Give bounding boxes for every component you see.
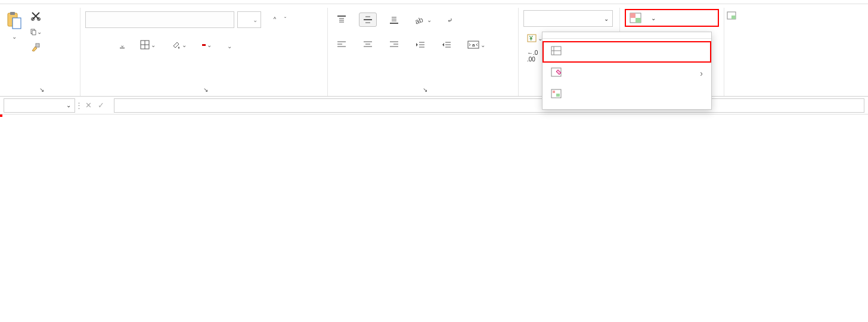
- formula-bar-row: ⌄ ⋮ ✕ ✓: [0, 97, 868, 114]
- svg-text:¥: ¥: [529, 35, 533, 42]
- group-clipboard: ↘: [0, 8, 80, 96]
- increase-font-size-button[interactable]: [264, 17, 271, 22]
- align-top-button[interactable]: [333, 13, 351, 27]
- decrease-indent-button[interactable]: [411, 38, 429, 51]
- group-alignment: ab ⤶ a ↘: [328, 8, 519, 96]
- group-font: ⌄ ↘: [80, 8, 328, 96]
- number-format-select[interactable]: ⌄: [523, 10, 613, 27]
- clear-rules-icon: [551, 67, 565, 79]
- paste-icon: [5, 10, 24, 32]
- formula-input[interactable]: [114, 98, 864, 113]
- align-center-button[interactable]: [359, 38, 377, 51]
- align-dialog-launcher-icon[interactable]: ↘: [421, 86, 429, 94]
- wrap-text-button[interactable]: ⤶: [444, 13, 456, 27]
- conditional-formatting-icon: [630, 13, 641, 23]
- name-box[interactable]: ⌄: [4, 98, 75, 113]
- align-right-button[interactable]: [385, 38, 403, 51]
- copy-icon[interactable]: [30, 26, 42, 38]
- dd-clear-rules[interactable]: ›: [542, 63, 711, 84]
- enter-formula-icon[interactable]: ✓: [98, 101, 104, 110]
- paste-button[interactable]: [5, 10, 24, 53]
- conditional-formatting-button[interactable]: ⌄: [625, 9, 719, 27]
- orientation-button[interactable]: ab: [411, 13, 435, 27]
- paste-caret-icon[interactable]: [12, 32, 17, 41]
- align-left-button[interactable]: [333, 38, 351, 51]
- cancel-formula-icon[interactable]: ✕: [85, 101, 92, 110]
- phonetic-guide-button[interactable]: [224, 39, 235, 51]
- svg-rect-51: [556, 94, 560, 97]
- separator-icon: ⋮: [75, 101, 82, 110]
- italic-button[interactable]: [101, 42, 108, 47]
- group-cells: [724, 8, 766, 96]
- conditional-formatting-dropdown: ›: [542, 32, 712, 110]
- selection-highlight: [0, 114, 2, 117]
- fill-color-button[interactable]: [168, 38, 190, 52]
- bold-button[interactable]: [85, 42, 92, 47]
- font-size-select[interactable]: ⌄: [237, 11, 261, 28]
- svg-rect-1: [10, 12, 15, 15]
- merge-center-button[interactable]: a: [464, 38, 489, 51]
- svg-rect-44: [636, 18, 641, 23]
- font-color-button[interactable]: [199, 39, 215, 51]
- decrease-font-size-button[interactable]: [274, 17, 281, 22]
- manage-rules-icon: [551, 89, 565, 101]
- format-painter-icon[interactable]: [30, 41, 42, 53]
- cut-icon[interactable]: [30, 10, 42, 22]
- increase-decimal-button[interactable]: ←.0.00: [523, 47, 541, 65]
- font-dialog-launcher-icon[interactable]: ↘: [202, 86, 209, 94]
- font-name-select[interactable]: [85, 11, 234, 28]
- border-button[interactable]: [137, 38, 159, 52]
- group-styles: ⌄ ›: [620, 8, 724, 96]
- svg-text:ab: ab: [415, 16, 424, 24]
- dd-new-rule[interactable]: [542, 41, 711, 63]
- underline-button[interactable]: [116, 39, 128, 51]
- ribbon: ↘ ⌄ ↘: [0, 4, 868, 97]
- clipboard-dialog-launcher-icon[interactable]: ↘: [38, 86, 45, 94]
- menu-bar: [0, 0, 868, 4]
- insert-cells-button[interactable]: [727, 11, 764, 21]
- svg-text:a: a: [472, 42, 475, 48]
- font-color-a-label: [202, 44, 206, 46]
- new-rule-icon: [551, 46, 565, 58]
- align-middle-button[interactable]: [359, 13, 377, 27]
- align-bottom-button[interactable]: [385, 13, 403, 27]
- svg-rect-7: [36, 44, 39, 47]
- svg-rect-6: [32, 30, 36, 35]
- increase-indent-button[interactable]: [438, 38, 455, 51]
- svg-rect-50: [553, 91, 555, 93]
- dd-manage-rules[interactable]: [542, 84, 711, 106]
- svg-rect-43: [630, 13, 636, 18]
- insert-icon: [727, 11, 737, 21]
- svg-rect-2: [13, 18, 21, 29]
- svg-rect-53: [731, 16, 736, 19]
- chevron-right-icon: ›: [700, 69, 703, 78]
